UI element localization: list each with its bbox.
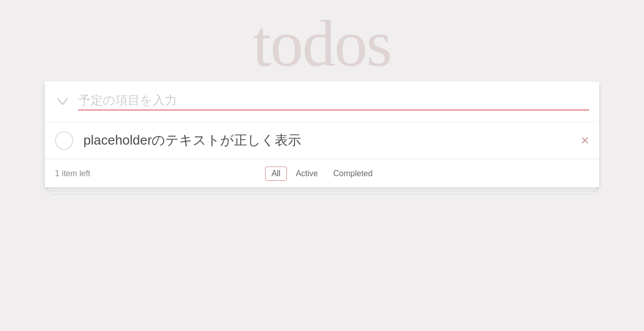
toggle-all-icon[interactable]	[55, 94, 70, 109]
items-left-count: 1 item left	[55, 169, 265, 178]
filter-active-button[interactable]: Active	[289, 167, 325, 181]
footer: 1 item left All Active Completed	[45, 159, 599, 187]
filter-all-button[interactable]: All	[265, 167, 287, 181]
todo-list: placeholderのテキストが正しく表示 ×	[45, 122, 599, 159]
app-title: todos	[253, 10, 391, 76]
delete-icon[interactable]: ×	[581, 133, 589, 148]
filter-completed-button[interactable]: Completed	[327, 167, 379, 181]
todo-item: placeholderのテキストが正しく表示 ×	[45, 122, 599, 159]
new-todo-input[interactable]	[78, 93, 589, 111]
todo-container: placeholderのテキストが正しく表示 × 1 item left All…	[45, 81, 599, 187]
input-section	[45, 81, 599, 122]
todo-checkbox[interactable]	[55, 131, 73, 150]
filter-buttons: All Active Completed	[265, 167, 379, 181]
todo-text: placeholderのテキストが正しく表示	[83, 131, 581, 149]
